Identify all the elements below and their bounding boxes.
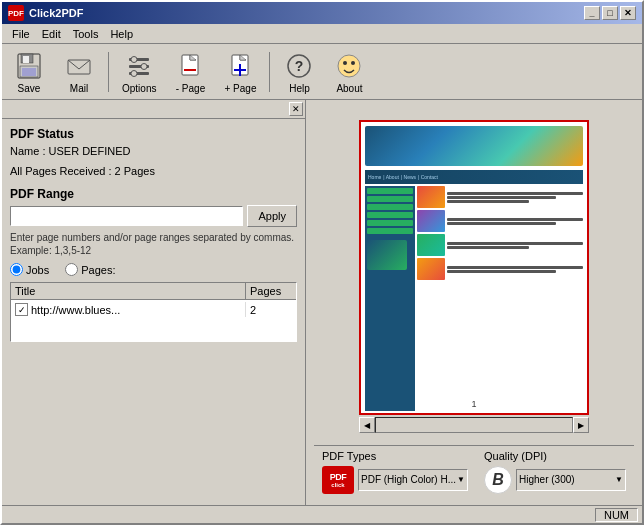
row-checkbox[interactable]: ✓ [15, 303, 28, 316]
content-img-3 [417, 234, 445, 256]
nav-item-3: | News [401, 174, 416, 180]
quality-dropdown-wrapper: Higher (300) Standard (150) Draft (72) ▼ [516, 469, 626, 491]
content-text-1 [447, 186, 583, 208]
minus-page-button[interactable]: - Page [167, 46, 213, 98]
about-button[interactable]: About [326, 46, 372, 98]
window-title: Click2PDF [29, 7, 83, 19]
panel-close-button[interactable]: ✕ [289, 102, 303, 116]
content-text-4 [447, 258, 583, 280]
svg-rect-2 [23, 56, 29, 63]
pdf-status-section: PDF Status Name : USER DEFINED All Pages… [10, 127, 297, 179]
pdf-icon-subtext: click [331, 482, 344, 488]
menu-edit[interactable]: Edit [36, 26, 67, 42]
help-label: Help [289, 83, 310, 94]
content-row-1 [417, 186, 583, 208]
radio-pages[interactable] [65, 263, 78, 276]
scroll-track[interactable] [375, 417, 573, 433]
radio-row: Jobs Pages: [10, 263, 297, 276]
pdf-types-select[interactable]: PDF (High Color) H... PDF (Standard) PDF… [358, 469, 468, 491]
maximize-button[interactable]: □ [602, 6, 618, 20]
main-content: ✕ PDF Status Name : USER DEFINED All Pag… [2, 100, 642, 505]
save-button[interactable]: Save [6, 46, 52, 98]
nav-item-4: | Contact [418, 174, 438, 180]
panel-inner: PDF Status Name : USER DEFINED All Pages… [2, 119, 305, 505]
radio-jobs[interactable] [10, 263, 23, 276]
pdf-range-section: PDF Range Apply Enter page numbers and/o… [10, 187, 297, 342]
plus-page-icon [224, 50, 256, 82]
page-number: 1 [471, 399, 476, 409]
options-button[interactable]: Options [115, 46, 163, 98]
radio-pages-text: Pages: [81, 264, 115, 276]
status-bar: NUM [2, 505, 642, 523]
quality-icon: B [484, 466, 512, 494]
pdf-types-section: PDF Types PDF click PDF (High Color) H..… [322, 450, 468, 494]
pdf-type-icon: PDF click [322, 466, 354, 494]
sidebar-link-1 [367, 188, 413, 194]
pdf-status-title: PDF Status [10, 127, 297, 141]
row-title: ✓ http://www.blues... [11, 302, 246, 317]
svg-point-21 [338, 55, 360, 77]
app-icon: PDF [8, 5, 24, 21]
text-line [447, 196, 556, 199]
help-button[interactable]: ? Help [276, 46, 322, 98]
svg-point-23 [351, 61, 355, 65]
title-bar: PDF Click2PDF _ □ ✕ [2, 2, 642, 24]
text-line [447, 200, 529, 203]
content-row-4 [417, 258, 583, 280]
range-input[interactable] [10, 206, 243, 226]
jobs-table-header: Title Pages [11, 283, 296, 300]
quality-label: Quality (DPI) [484, 450, 626, 462]
text-line [447, 266, 583, 269]
preview-area: Home | About | News | Contact [314, 108, 634, 445]
panel-header: ✕ [2, 100, 305, 119]
menu-file[interactable]: File [6, 26, 36, 42]
col-title: Title [11, 283, 246, 299]
range-input-row: Apply [10, 205, 297, 227]
sidebar-emblem [367, 240, 407, 270]
mail-label: Mail [70, 83, 88, 94]
menu-help[interactable]: Help [104, 26, 139, 42]
pdf-icon-text: PDF [330, 472, 347, 482]
mail-button[interactable]: Mail [56, 46, 102, 98]
sidebar-link-6 [367, 228, 413, 234]
quality-dropdown-row: B Higher (300) Standard (150) Draft (72)… [484, 466, 626, 494]
svg-point-10 [141, 63, 147, 69]
content-img-4 [417, 258, 445, 280]
close-button[interactable]: ✕ [620, 6, 636, 20]
col-pages: Pages [246, 283, 296, 299]
svg-point-11 [131, 70, 137, 76]
page-content [417, 186, 583, 411]
help-icon: ? [283, 50, 315, 82]
right-panel: Home | About | News | Contact [306, 100, 642, 505]
svg-rect-4 [22, 68, 36, 76]
radio-pages-label[interactable]: Pages: [65, 263, 115, 276]
pdf-types-label: PDF Types [322, 450, 468, 462]
main-window: PDF Click2PDF _ □ ✕ File Edit Tools Help [0, 0, 644, 525]
save-label: Save [18, 83, 41, 94]
plus-page-button[interactable]: + Page [217, 46, 263, 98]
num-indicator: NUM [595, 508, 638, 522]
pdf-types-dropdown-row: PDF click PDF (High Color) H... PDF (Sta… [322, 466, 468, 494]
about-label: About [336, 83, 362, 94]
options-icon [123, 50, 155, 82]
menu-tools[interactable]: Tools [67, 26, 105, 42]
radio-jobs-label[interactable]: Jobs [10, 263, 49, 276]
quality-select[interactable]: Higher (300) Standard (150) Draft (72) [516, 469, 626, 491]
content-img-2 [417, 210, 445, 232]
toolbar-separator-2 [269, 52, 270, 92]
content-text-2 [447, 210, 583, 232]
save-icon [13, 50, 45, 82]
svg-point-22 [343, 61, 347, 65]
mail-icon [63, 50, 95, 82]
nav-item-1: Home [368, 174, 381, 180]
apply-button[interactable]: Apply [247, 205, 297, 227]
text-line [447, 242, 583, 245]
table-row[interactable]: ✓ http://www.blues... 2 [11, 300, 296, 319]
minimize-button[interactable]: _ [584, 6, 600, 20]
scroll-right-button[interactable]: ▶ [573, 417, 589, 433]
content-row-2 [417, 210, 583, 232]
title-controls: _ □ ✕ [584, 6, 636, 20]
scroll-left-button[interactable]: ◀ [359, 417, 375, 433]
pdf-name-line: Name : USER DEFINED [10, 145, 297, 157]
text-line [447, 218, 583, 221]
